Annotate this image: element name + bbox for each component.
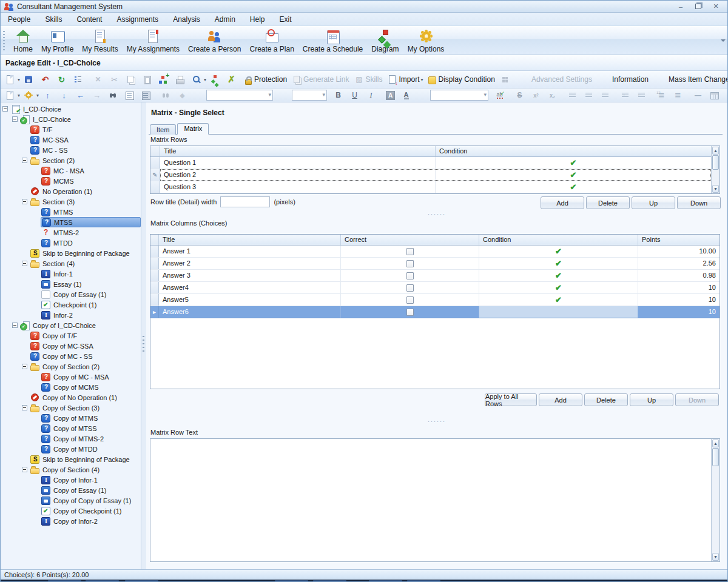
row-selector[interactable]: ▸ bbox=[150, 306, 159, 318]
tree-expander-icon[interactable] bbox=[33, 230, 38, 235]
choice-title-cell[interactable]: Answer 1 bbox=[159, 246, 341, 257]
choice-title-cell[interactable]: Answer6 bbox=[159, 306, 341, 318]
format-toolbar-button[interactable] bbox=[582, 90, 598, 101]
main-toolbar-button[interactable]: Create a Person bbox=[184, 27, 245, 55]
tree-expander-icon[interactable] bbox=[22, 395, 27, 400]
format-toolbar-button[interactable] bbox=[655, 90, 671, 101]
package-toolbar-button[interactable] bbox=[224, 74, 241, 85]
tree-expander-icon[interactable] bbox=[22, 364, 27, 369]
tree-item[interactable]: Copy of MTSS bbox=[1, 423, 141, 433]
package-toolbar-button[interactable] bbox=[38, 74, 55, 85]
choice-condition-cell[interactable]: ✔ bbox=[479, 270, 638, 281]
row-selector[interactable] bbox=[150, 157, 160, 169]
matrix-row[interactable]: Question 1 ✔ bbox=[150, 157, 711, 169]
choice-correct-cell[interactable] bbox=[341, 246, 479, 257]
choice-points-cell[interactable]: 10 bbox=[638, 294, 720, 306]
package-toolbar-button[interactable]: Display Condition bbox=[425, 74, 498, 85]
format-toolbar-button[interactable] bbox=[384, 90, 399, 101]
package-toolbar-button[interactable]: Protection bbox=[241, 74, 290, 85]
tree-item[interactable]: T/F bbox=[1, 124, 141, 135]
tree-item[interactable]: I_CD-Choice bbox=[1, 104, 141, 114]
main-toolbar-button[interactable]: My Profile bbox=[37, 27, 78, 55]
package-toolbar-button[interactable] bbox=[173, 74, 189, 85]
choice-condition-cell[interactable] bbox=[479, 306, 638, 318]
package-toolbar-button[interactable] bbox=[498, 74, 514, 85]
tree-expander-icon[interactable] bbox=[22, 261, 27, 266]
tree-expander-icon[interactable] bbox=[22, 189, 27, 194]
row-selector[interactable] bbox=[150, 270, 159, 281]
package-toolbar-button[interactable]: Advanced Settings bbox=[518, 74, 595, 85]
tree-expander-icon[interactable] bbox=[22, 250, 27, 256]
choice-title-cell[interactable]: Answer5 bbox=[159, 294, 341, 306]
tree-item[interactable]: MTMS bbox=[1, 207, 141, 217]
tree-expander-icon[interactable] bbox=[22, 467, 27, 472]
tree-expander-icon[interactable] bbox=[33, 498, 38, 503]
tree-expander-icon[interactable] bbox=[33, 292, 38, 297]
row-text-scrollbar[interactable]: ▲ ▼ bbox=[711, 439, 720, 561]
package-toolbar-button[interactable] bbox=[208, 74, 224, 85]
tree-item[interactable]: Section (2) bbox=[1, 155, 141, 166]
minimize-button[interactable]: – bbox=[673, 2, 689, 11]
row-title-cell[interactable]: Question 3 bbox=[160, 181, 436, 193]
main-toolbar-button[interactable]: My Options bbox=[403, 27, 449, 55]
tree-item[interactable]: Copy of MC-SSA bbox=[1, 341, 141, 351]
tree-expander-icon[interactable] bbox=[33, 426, 38, 431]
tree-item[interactable]: Copy of Infor-2 bbox=[1, 516, 141, 526]
format-toolbar-button[interactable] bbox=[724, 90, 728, 101]
main-toolbar-button[interactable]: My Assignments bbox=[123, 27, 184, 55]
matrix-row[interactable]: ✎ Question 2 ✔ bbox=[150, 169, 711, 181]
menu-item[interactable]: Admin bbox=[207, 13, 243, 25]
row-condition-cell[interactable]: ✔ bbox=[436, 181, 711, 193]
tree-expander-icon[interactable] bbox=[22, 457, 27, 462]
tree-expander-icon[interactable] bbox=[22, 147, 27, 153]
tree-expander-icon[interactable] bbox=[12, 323, 18, 328]
scroll-down-icon[interactable]: ▼ bbox=[712, 185, 719, 193]
col-header-condition[interactable]: Condition bbox=[479, 235, 638, 245]
format-toolbar-button[interactable] bbox=[545, 90, 562, 101]
row-selector[interactable] bbox=[150, 246, 159, 257]
tree-expander-icon[interactable] bbox=[22, 137, 27, 142]
col-header-condition[interactable]: Condition bbox=[436, 146, 711, 156]
format-toolbar-button[interactable] bbox=[529, 90, 545, 101]
col-header-points[interactable]: Points bbox=[638, 235, 720, 245]
scroll-thumb[interactable] bbox=[712, 448, 719, 466]
scroll-down-icon[interactable]: ▼ bbox=[712, 553, 719, 561]
row-selector[interactable] bbox=[150, 181, 160, 193]
format-toolbar-button[interactable] bbox=[90, 90, 106, 101]
format-toolbar-button[interactable] bbox=[691, 90, 707, 101]
format-toolbar-button[interactable] bbox=[635, 90, 651, 101]
tree-expander-icon[interactable] bbox=[22, 343, 27, 349]
tree-item[interactable]: Copy of MC - MSA bbox=[1, 372, 141, 382]
restore-button[interactable] bbox=[690, 2, 706, 11]
tree-expander-icon[interactable] bbox=[33, 477, 38, 483]
choice-condition-cell[interactable]: ✔ bbox=[479, 246, 638, 257]
matrix-row[interactable]: Question 3 ✔ bbox=[150, 181, 711, 193]
tree-item[interactable]: Copy of Section (3) bbox=[1, 403, 141, 413]
menu-item[interactable]: People bbox=[1, 13, 38, 25]
format-toolbar-button[interactable] bbox=[399, 90, 416, 101]
tree-expander-icon[interactable] bbox=[33, 518, 38, 524]
format-toolbar-button[interactable] bbox=[416, 89, 493, 101]
format-toolbar-button[interactable] bbox=[348, 90, 364, 101]
menu-item[interactable]: Analysis bbox=[166, 13, 207, 25]
tree-item[interactable]: Section (3) bbox=[1, 196, 141, 207]
tab[interactable]: Item bbox=[150, 124, 176, 135]
tree-item[interactable]: Copy of MCMS bbox=[1, 382, 141, 392]
tree-expander-icon[interactable] bbox=[12, 116, 18, 122]
tree-expander-icon[interactable] bbox=[2, 106, 8, 112]
tab[interactable]: Matrix bbox=[177, 123, 209, 135]
tree-item[interactable]: Checkpoint (1) bbox=[1, 299, 141, 310]
col-header-title[interactable]: Title bbox=[159, 235, 341, 245]
choice-title-cell[interactable]: Answer 2 bbox=[159, 258, 341, 269]
choice-correct-cell[interactable] bbox=[341, 282, 479, 293]
tree-expander-icon[interactable] bbox=[33, 384, 38, 390]
package-toolbar-button[interactable]: Skills bbox=[352, 74, 385, 85]
package-toolbar-button[interactable]: Import ▾ bbox=[385, 74, 425, 85]
menu-item[interactable]: Assignments bbox=[109, 13, 166, 25]
tree-item[interactable]: Copy of Checkpoint (1) bbox=[1, 506, 141, 516]
button[interactable]: Delete bbox=[584, 393, 628, 406]
tree-item[interactable]: MTSS bbox=[1, 217, 141, 227]
choice-row[interactable]: Answer4 ✔ 10 bbox=[150, 282, 720, 294]
package-toolbar-button[interactable]: Mass Item Change bbox=[655, 74, 728, 85]
tree-item[interactable]: I_CD-Choice bbox=[1, 114, 141, 124]
